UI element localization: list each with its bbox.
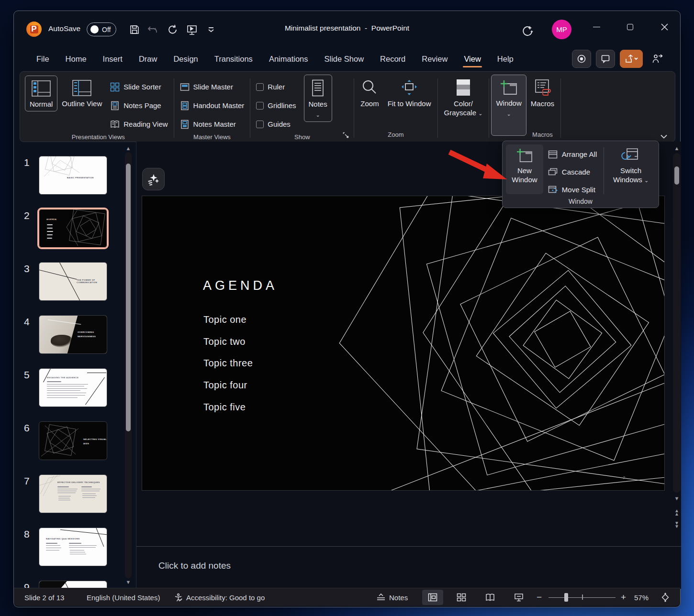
reading-view-button[interactable]: Reading View [106, 115, 171, 133]
thumbnail-slide-4[interactable]: 4 OVERCOMING NERVOUSNESS [14, 315, 136, 365]
zoom-slider-thumb[interactable] [564, 593, 568, 602]
editor-scrollbar[interactable]: ▲ ▼ ▲▲ ▼▼ [672, 143, 681, 589]
minimize-button[interactable] [582, 11, 610, 43]
autosave-toggle[interactable]: Off [87, 22, 116, 36]
slide-counter[interactable]: Slide 2 of 13 [24, 588, 64, 606]
notes-placeholder[interactable]: Click to add notes [158, 561, 231, 571]
scrollbar-track[interactable] [673, 153, 681, 493]
tab-record[interactable]: Record [372, 51, 414, 68]
topic-item[interactable]: Topic two [203, 336, 253, 358]
scrollbar-thumb[interactable] [674, 166, 679, 185]
slide-canvas[interactable]: AGENDA Topic one Topic two Topic three T… [142, 196, 665, 491]
macros-button[interactable]: Macros [526, 75, 559, 110]
close-button[interactable] [650, 11, 678, 43]
save-button[interactable] [125, 22, 144, 38]
undo-button[interactable] [144, 22, 163, 38]
next-slide-button[interactable]: ▼▼ [673, 521, 681, 528]
slide-sorter-status-button[interactable] [451, 590, 472, 605]
tab-animations[interactable]: Animations [261, 51, 316, 68]
undo-icon [146, 24, 161, 35]
thumbnail-slide-3[interactable]: 3 THE POWER OF COMMUNICATION [14, 262, 136, 312]
thumbnail-slide-2-selected[interactable]: 2 AGENDA [14, 209, 136, 259]
ruler-checkbox[interactable]: Ruler [252, 77, 300, 96]
tab-file[interactable]: File [28, 51, 57, 68]
zoom-level[interactable]: 57% [634, 588, 649, 606]
account-avatar[interactable]: MP [552, 20, 571, 39]
scroll-down-icon[interactable]: ▼ [673, 495, 681, 501]
tab-design[interactable]: Design [165, 51, 206, 68]
group-show: Ruler Gridlines Guides Notes ⌄ Show [252, 74, 352, 142]
tab-home[interactable]: Home [57, 51, 95, 68]
notes-page-button[interactable]: Notes Page [106, 96, 171, 115]
notes-ribbon-button[interactable]: Notes ⌄ [304, 75, 332, 122]
notes-pane-divider[interactable] [136, 546, 681, 547]
topic-item[interactable]: Topic three [203, 358, 253, 380]
tab-review[interactable]: Review [414, 51, 456, 68]
copilot-button[interactable] [517, 22, 537, 39]
zoom-button[interactable]: Zoom [356, 75, 383, 110]
tab-slide-show[interactable]: Slide Show [316, 51, 372, 68]
present-to-audience-button[interactable] [648, 50, 667, 68]
switch-windows-menu-item[interactable]: Switch Windows ⌄ [606, 144, 656, 194]
redo-button[interactable] [163, 22, 182, 38]
handout-master-button[interactable]: Handout Master [176, 96, 248, 115]
thumbnail-slide-8[interactable]: 8 NAVIGATING Q&A SESSIONS [14, 528, 136, 577]
slide-sorter-button[interactable]: Slide Sorter [106, 77, 171, 96]
fit-to-window-button[interactable]: Fit to Window [383, 75, 436, 110]
thumbnail-slide-7[interactable]: 7 EFFECTIVE DELIVERY TECHNIQUES [14, 474, 136, 524]
share-button[interactable] [620, 50, 643, 68]
normal-view-status-button[interactable] [422, 590, 443, 605]
zoom-out-button[interactable]: − [537, 588, 542, 606]
scroll-up-icon[interactable]: ▲ [673, 145, 681, 151]
record-button[interactable] [572, 50, 591, 68]
start-slideshow-button[interactable] [182, 22, 201, 38]
tab-draw[interactable]: Draw [131, 51, 166, 68]
customize-quick-access-toolbar-button[interactable] [201, 22, 221, 38]
slide-master-button[interactable]: Slide Master [176, 77, 248, 96]
normal-view-button[interactable]: Normal [25, 76, 57, 111]
checkbox-icon [256, 121, 264, 128]
language-indicator[interactable]: English (United States) [87, 588, 160, 606]
zoom-in-button[interactable]: + [621, 588, 626, 606]
gridlines-checkbox[interactable]: Gridlines [252, 96, 300, 115]
tab-transitions[interactable]: Transitions [206, 51, 261, 68]
slide-topic-list[interactable]: Topic one Topic two Topic three Topic fo… [203, 314, 253, 423]
designer-button[interactable] [142, 168, 165, 190]
group-color-grayscale: Color/Grayscale ⌄ [440, 74, 487, 142]
fit-slide-to-window-button[interactable] [660, 588, 671, 606]
scroll-up-icon[interactable]: ▲ [124, 144, 132, 152]
thumbnail-scrollbar[interactable]: ▲ ▼ [123, 142, 134, 589]
comments-button[interactable] [596, 50, 615, 68]
group-presentation-views: Normal Outline View [25, 74, 172, 142]
cascade-menu-item[interactable]: Cascade [543, 163, 602, 181]
guides-checkbox[interactable]: Guides [252, 115, 300, 133]
color-grayscale-button[interactable]: Color/Grayscale ⌄ [440, 75, 487, 120]
scroll-down-icon[interactable]: ▼ [124, 578, 132, 586]
outline-view-button[interactable]: Outline View [57, 76, 106, 110]
thumbnail-slide-6[interactable]: 6 SELECTING VISUAL AIDS [14, 421, 136, 471]
tab-view[interactable]: View [456, 51, 489, 68]
maximize-button[interactable] [616, 11, 644, 43]
new-window-menu-item[interactable]: New Window [506, 144, 543, 194]
slide-title[interactable]: AGENDA [203, 278, 278, 293]
tab-help[interactable]: Help [489, 51, 522, 68]
topic-item[interactable]: Topic five [203, 402, 253, 424]
show-dialog-launcher[interactable] [343, 132, 349, 138]
window-menu-button[interactable]: Window ⌄ [491, 75, 526, 136]
collapse-ribbon-button[interactable] [660, 134, 667, 139]
notes-toggle-button[interactable]: Notes [376, 588, 408, 606]
accessibility-checker[interactable]: Accessibility: Good to go [174, 588, 265, 606]
move-split-menu-item[interactable]: Move Split [543, 181, 602, 198]
previous-slide-button[interactable]: ▲▲ [673, 509, 681, 516]
thumbnail-slide-5[interactable]: 5 ENGAGING THE AUDIENCE [14, 368, 136, 418]
slideshow-status-button[interactable] [508, 590, 529, 605]
arrange-all-menu-item[interactable]: Arrange All [543, 145, 602, 163]
tab-insert[interactable]: Insert [95, 51, 131, 68]
reading-view-status-button[interactable] [480, 590, 501, 605]
powerpoint-logo-icon[interactable]: P [26, 22, 42, 37]
topic-item[interactable]: Topic four [203, 380, 253, 402]
topic-item[interactable]: Topic one [203, 314, 253, 336]
notes-master-button[interactable]: Notes Master [176, 115, 248, 133]
thumbnail-slide-1[interactable]: 1 BASIC PRESENTATION [14, 156, 136, 206]
scrollbar-thumb[interactable] [126, 164, 131, 431]
